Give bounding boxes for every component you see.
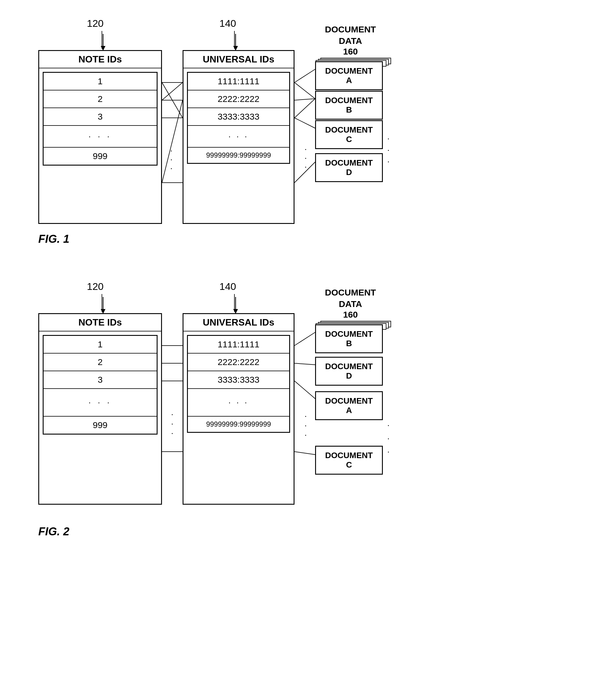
svg-text:·: · — [170, 164, 173, 173]
universal-ids-box-fig1: UNIVERSAL IDs 1111:1111 2222:2222 3333:3… — [183, 50, 294, 224]
ref-120-arrow-fig2 — [102, 294, 102, 312]
doc-d-fig2: DOCUMENT D — [315, 357, 383, 386]
note-ids-header-fig1: NOTE IDs — [39, 51, 161, 68]
note-dots-fig2: · · · — [44, 389, 157, 417]
doc-dots-fig2: ··· — [387, 419, 390, 458]
note-row-2-fig2: 2 — [44, 353, 157, 371]
ref-120-fig1: 120 — [87, 18, 104, 29]
figure-1-label: FIG. 1 — [38, 233, 575, 245]
univ-row-1-fig1: 1111:1111 — [188, 73, 289, 91]
note-row-2-fig1: 2 — [44, 91, 157, 108]
ref-120-fig2: 120 — [87, 281, 104, 292]
note-ids-inner-fig1: 1 2 3 · · · 999 — [43, 72, 158, 166]
svg-line-18 — [294, 99, 315, 118]
ref-120-arrow-fig1 — [102, 31, 102, 49]
note-row-1-fig2: 1 — [44, 336, 157, 353]
univ-dots-fig2: · · · — [188, 389, 289, 417]
svg-line-14 — [294, 69, 315, 82]
svg-text:·: · — [171, 409, 174, 419]
doc-d-fig1: DOCUMENT D — [315, 153, 383, 182]
svg-text:·: · — [305, 144, 307, 153]
doc-a-fig1: DOCUMENT A — [315, 61, 383, 90]
figure-2-label: FIG. 2 — [38, 525, 575, 538]
ref-140-label-fig2: 140 — [219, 281, 236, 292]
svg-line-36 — [294, 381, 315, 399]
figure-2-diagram: · · · · · · 120 — [24, 281, 575, 522]
svg-text:·: · — [305, 162, 307, 171]
univ-row-2-fig2: 2222:2222 — [188, 353, 289, 371]
doc-data-label-fig2: DOCUMENT DATA 160 — [315, 287, 386, 330]
svg-text:·: · — [305, 411, 307, 420]
note-row-3-fig1: 3 — [44, 108, 157, 126]
doc-data-num-fig1: 160 — [315, 47, 386, 56]
doc-data-text-fig2: DOCUMENT DATA — [315, 287, 386, 310]
univ-row-3-fig2: 3333:3333 — [188, 371, 289, 389]
note-row-1-fig1: 1 — [44, 73, 157, 91]
doc-a-fig2: DOCUMENT A — [315, 391, 383, 420]
doc-c-fig1: DOCUMENT C — [315, 120, 383, 149]
univ-row-2-fig1: 2222:2222 — [188, 91, 289, 108]
universal-ids-box-fig2: UNIVERSAL IDs 1111:1111 2222:2222 3333:3… — [183, 313, 294, 505]
univ-row-999-fig2: 99999999:99999999 — [188, 417, 289, 432]
doc-b-fig2: DOCUMENT B — [315, 324, 383, 353]
svg-line-17 — [294, 118, 315, 128]
ref-120-label-fig1: 120 — [87, 18, 104, 29]
ref-120-label-fig2: 120 — [87, 281, 104, 292]
note-row-999-fig2: 999 — [44, 417, 157, 434]
figure-1-diagram: · · · · · · — [24, 18, 575, 230]
univ-row-999-fig1: 99999999:99999999 — [188, 148, 289, 163]
univ-row-3-fig1: 3333:3333 — [188, 108, 289, 126]
svg-text:·: · — [171, 419, 174, 428]
note-row-3-fig2: 3 — [44, 371, 157, 389]
svg-line-37 — [294, 452, 315, 455]
svg-line-35 — [294, 363, 315, 365]
note-ids-inner-fig2: 1 2 3 · · · 999 — [43, 335, 158, 434]
svg-line-5 — [162, 82, 183, 118]
doc-data-text-fig1: DOCUMENT DATA — [315, 24, 386, 47]
ref-140-label-fig1: 140 — [219, 18, 236, 29]
ref-140-fig1: 140 — [219, 18, 236, 29]
univ-row-1-fig2: 1111:1111 — [188, 336, 289, 353]
svg-line-7 — [162, 82, 183, 100]
svg-text:·: · — [170, 146, 173, 155]
doc-b-fig1: DOCUMENT B — [315, 91, 383, 120]
note-ids-box-fig2: NOTE IDs 1 2 3 · · · 999 — [38, 313, 162, 505]
svg-line-10 — [162, 100, 183, 183]
doc-dots-fig1: ··· — [387, 132, 390, 167]
svg-line-19 — [294, 162, 315, 183]
note-dots-fig1: · · · — [44, 126, 157, 148]
universal-ids-header-fig1: UNIVERSAL IDs — [183, 51, 294, 68]
svg-text:·: · — [305, 421, 307, 430]
univ-dots-fig1: · · · — [188, 126, 289, 148]
svg-line-34 — [294, 332, 315, 346]
svg-line-15 — [294, 82, 315, 99]
ref-140-arrow-fig1 — [234, 31, 235, 49]
figure-2-section: · · · · · · 120 — [24, 281, 575, 538]
doc-data-num-fig2: 160 — [315, 310, 386, 320]
svg-text:·: · — [305, 153, 307, 162]
figure-1-section: · · · · · · — [24, 18, 575, 245]
universal-ids-inner-fig2: 1111:1111 2222:2222 3333:3333 · · · 9999… — [187, 335, 290, 433]
ref-140-arrow-fig2 — [234, 294, 235, 312]
universal-ids-header-fig2: UNIVERSAL IDs — [183, 314, 294, 331]
svg-text:·: · — [171, 428, 174, 438]
note-row-999-fig1: 999 — [44, 148, 157, 165]
ref-140-fig2: 140 — [219, 281, 236, 292]
universal-ids-inner-fig1: 1111:1111 2222:2222 3333:3333 · · · 9999… — [187, 72, 290, 164]
page: · · · · · · — [0, 0, 599, 700]
note-ids-box-fig1: NOTE IDs 1 2 3 · · · 999 — [38, 50, 162, 224]
svg-text:·: · — [305, 430, 307, 439]
note-ids-header-fig2: NOTE IDs — [39, 314, 161, 331]
svg-text:·: · — [170, 155, 173, 164]
doc-c-fig2: DOCUMENT C — [315, 446, 383, 475]
svg-line-16 — [294, 99, 315, 100]
doc-data-label-fig1: DOCUMENT DATA 160 — [315, 24, 386, 67]
